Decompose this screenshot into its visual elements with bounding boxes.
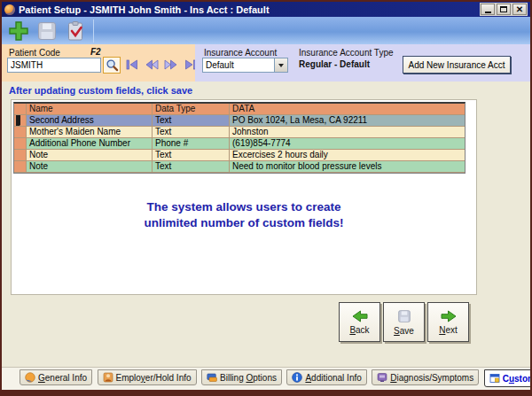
tab-custom-fields[interactable]: Custom Fields xyxy=(484,369,530,387)
cell-data-type[interactable]: Text xyxy=(153,150,230,161)
cell-name[interactable]: Mother's Maiden Name xyxy=(27,127,153,138)
next-record-icon xyxy=(164,59,178,70)
hint-text: After updating custom fields, click save xyxy=(2,82,530,99)
custom-fields-grid: Name Data Type DATA Second Address Text … xyxy=(13,102,466,174)
minimize-button[interactable] xyxy=(481,4,495,15)
save-record-button[interactable] xyxy=(34,19,60,43)
plus-icon xyxy=(8,20,29,42)
row-selector-cell[interactable] xyxy=(14,138,27,150)
application-window: Patient Setup - JSMITH John Smith - Ins … xyxy=(0,0,532,396)
next-arrow-icon xyxy=(440,310,458,322)
next-button-label: Next xyxy=(439,325,458,335)
add-new-insurance-acct-button[interactable]: Add New Insurance Acct xyxy=(403,56,511,74)
first-record-button[interactable] xyxy=(124,58,139,71)
next-record-button[interactable] xyxy=(163,58,178,71)
minimize-icon xyxy=(485,12,491,13)
save-button[interactable]: Save xyxy=(383,302,425,342)
verify-record-button[interactable] xyxy=(62,19,89,43)
first-record-icon xyxy=(125,59,139,70)
cell-name[interactable]: Note xyxy=(27,150,153,161)
patient-code-input[interactable] xyxy=(7,58,101,73)
billing-icon xyxy=(207,372,217,383)
cell-data[interactable]: Need to monitor blood pressure levels xyxy=(230,161,465,173)
close-icon: ✕ xyxy=(516,5,523,14)
tab-bar: General Info Employer/Hold Info Billing … xyxy=(2,367,530,390)
floppy-disk-icon xyxy=(36,20,58,42)
cell-data-type[interactable]: Text xyxy=(153,161,230,173)
column-header-data-type: Data Type xyxy=(153,104,230,115)
info-message-line2: unlimited number of custom fields! xyxy=(12,215,476,231)
cell-name[interactable]: Additional Phone Number xyxy=(27,138,153,150)
clipboard-check-icon xyxy=(65,20,86,42)
cell-data[interactable]: (619)854-7774 xyxy=(230,138,465,150)
cell-name[interactable]: Note xyxy=(27,161,153,173)
info-icon xyxy=(292,372,302,383)
employer-icon xyxy=(103,372,113,383)
general-info-icon xyxy=(25,372,35,383)
row-selector-cell[interactable] xyxy=(14,161,27,173)
tab-general-info[interactable]: General Info xyxy=(20,369,92,385)
column-header-name: Name xyxy=(27,104,153,115)
table-row[interactable]: Second Address Text PO Box 1024, La Mesa… xyxy=(14,115,465,127)
previous-record-icon xyxy=(145,59,159,70)
maximize-button[interactable] xyxy=(497,4,511,15)
row-selector-cell[interactable] xyxy=(14,115,27,127)
insurance-account-dropdown[interactable]: Default xyxy=(202,58,288,73)
column-header-data: DATA xyxy=(230,104,465,115)
info-message-line1: The system allows users to create xyxy=(12,199,476,215)
save-floppy-icon xyxy=(397,309,411,323)
diagnosis-icon xyxy=(377,372,387,383)
insurance-type-label: Insurance Account Type xyxy=(299,48,394,58)
info-message: The system allows users to create unlimi… xyxy=(12,199,476,231)
cell-data-type[interactable]: Text xyxy=(153,115,230,127)
patient-app-icon xyxy=(4,4,15,15)
custom-fields-panel: Name Data Type DATA Second Address Text … xyxy=(11,99,477,295)
table-row[interactable]: Note Text Excercises 2 hours daily xyxy=(14,150,465,161)
cell-data-type[interactable]: Text xyxy=(153,127,230,138)
insurance-type-value: Regular - Default xyxy=(299,59,370,69)
previous-record-button[interactable] xyxy=(144,58,159,71)
tab-label: General Info xyxy=(38,373,87,383)
f2-shortcut-label: F2 xyxy=(90,47,101,57)
table-row[interactable]: Additional Phone Number Phone # (619)854… xyxy=(14,138,465,150)
add-record-button[interactable] xyxy=(5,19,32,43)
tab-label: Diagnosis/Symptoms xyxy=(390,373,473,383)
row-selector-cell[interactable] xyxy=(14,127,27,138)
maximize-icon xyxy=(500,6,507,12)
window-title: Patient Setup - JSMITH John Smith - Ins … xyxy=(19,4,270,15)
back-arrow-icon xyxy=(351,310,369,322)
tab-label: Employer/Hold Info xyxy=(116,373,192,383)
cell-data-type[interactable]: Phone # xyxy=(153,138,230,150)
tab-employer-hold-info[interactable]: Employer/Hold Info xyxy=(98,369,197,385)
toolbar-separator xyxy=(93,19,94,43)
tab-diagnosis-symptoms[interactable]: Diagnosis/Symptoms xyxy=(372,369,479,385)
chevron-down-icon xyxy=(278,64,284,67)
back-button[interactable]: Back xyxy=(339,302,380,342)
close-button[interactable]: ✕ xyxy=(512,4,527,15)
next-button[interactable]: Next xyxy=(427,302,469,342)
cell-data[interactable]: Johnston xyxy=(230,127,465,138)
patient-code-section: Patient Code F2 xyxy=(2,44,195,82)
insurance-account-label: Insurance Account xyxy=(204,48,277,58)
row-selector-arrow-icon xyxy=(16,115,20,127)
row-selector-header xyxy=(14,104,27,115)
patient-search-button[interactable] xyxy=(103,57,121,74)
tab-additional-info[interactable]: Additional Info xyxy=(286,369,366,385)
tab-billing-options[interactable]: Billing Options xyxy=(201,369,282,385)
grid-header-row: Name Data Type DATA xyxy=(14,104,465,115)
window-frame: Patient Setup - JSMITH John Smith - Ins … xyxy=(2,2,530,390)
title-bar[interactable]: Patient Setup - JSMITH John Smith - Ins … xyxy=(2,2,530,17)
cell-data[interactable]: Excercises 2 hours daily xyxy=(230,150,465,161)
tab-label: Billing Options xyxy=(220,373,277,383)
tab-label: Additional Info xyxy=(305,373,361,383)
table-row[interactable]: Note Text Need to monitor blood pressure… xyxy=(14,161,465,173)
insurance-section: Insurance Account Default Insurance Acco… xyxy=(195,44,530,82)
cell-data[interactable]: PO Box 1024, La Mesa, CA 92211 xyxy=(230,115,465,127)
table-row[interactable]: Mother's Maiden Name Text Johnston xyxy=(14,127,465,138)
row-selector-cell[interactable] xyxy=(14,150,27,161)
dropdown-button[interactable] xyxy=(274,58,287,72)
custom-fields-icon xyxy=(489,373,500,384)
save-button-label: Save xyxy=(394,326,414,336)
control-strip: Patient Code F2 xyxy=(2,44,530,82)
cell-name[interactable]: Second Address xyxy=(27,115,153,127)
